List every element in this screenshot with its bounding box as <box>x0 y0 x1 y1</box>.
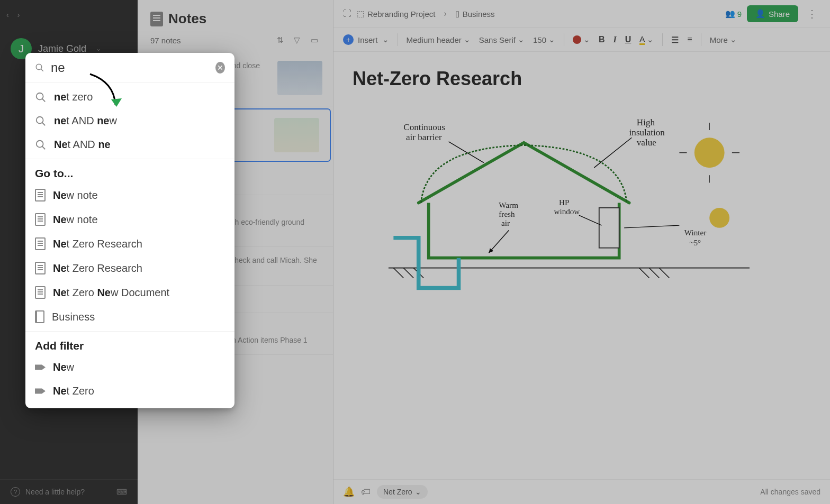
underline-button[interactable]: U <box>625 35 631 44</box>
note-icon <box>35 286 46 299</box>
svg-line-20 <box>594 138 631 168</box>
svg-text:~5°: ~5° <box>689 238 701 247</box>
breadcrumb-project[interactable]: ⬚ Rebranding Project <box>357 9 435 19</box>
svg-rect-13 <box>599 208 619 248</box>
breadcrumb-notebook[interactable]: ▯ Business <box>455 9 495 19</box>
svg-line-37 <box>42 146 46 149</box>
svg-point-32 <box>37 93 43 99</box>
svg-line-2 <box>403 268 413 278</box>
search-suggestion[interactable]: Net AND ne <box>25 133 234 157</box>
suggestion-text: net AND new <box>54 115 117 127</box>
more-menu-icon[interactable]: ⋮ <box>804 7 820 20</box>
suggestion-text: net zero <box>54 91 93 103</box>
svg-text:fresh: fresh <box>499 209 515 218</box>
nav-back-icon[interactable]: ‹ <box>6 11 9 19</box>
search-icon <box>35 115 47 127</box>
bold-button[interactable]: B <box>599 35 605 44</box>
note-icon <box>35 262 46 274</box>
search-suggestion[interactable]: net zero <box>25 85 234 109</box>
svg-line-29 <box>624 225 679 228</box>
svg-point-30 <box>36 64 42 70</box>
svg-line-5 <box>649 268 660 278</box>
notes-icon <box>150 12 163 26</box>
svg-text:insulation: insulation <box>629 127 665 138</box>
goto-text: Net Zero New Document <box>53 287 169 299</box>
help-icon: ? <box>11 487 20 497</box>
svg-text:air: air <box>501 218 510 227</box>
goto-item[interactable]: Net Zero Research <box>25 256 234 280</box>
share-button[interactable]: 👤 Share <box>747 5 798 22</box>
svg-line-4 <box>639 268 649 278</box>
svg-point-8 <box>709 208 729 228</box>
filter-heading: Add filter <box>25 334 234 355</box>
highlight-icon: A <box>639 34 645 45</box>
bullet-list-button[interactable]: ☰ <box>671 35 679 45</box>
goto-heading: Go to... <box>25 161 234 183</box>
view-icon[interactable]: ▭ <box>311 35 320 45</box>
svg-text:value: value <box>637 138 656 148</box>
goto-item[interactable]: Net Zero New Document <box>25 280 234 305</box>
italic-button[interactable]: I <box>614 35 617 44</box>
note-sketch-image: Continuous air barrier High insulation v… <box>353 103 765 293</box>
svg-line-33 <box>42 98 46 102</box>
more-formatting[interactable]: More ⌄ <box>710 35 737 44</box>
font-size-select[interactable]: 150 ⌄ <box>533 35 555 44</box>
note-thumbnail <box>274 118 319 152</box>
chevron-down-icon: ⌄ <box>96 45 101 52</box>
svg-text:window: window <box>554 207 580 216</box>
member-count[interactable]: 👥 9 <box>725 9 742 19</box>
text-color-select[interactable]: ⌄ <box>573 35 590 44</box>
svg-text:Continuous: Continuous <box>403 122 445 132</box>
insert-button[interactable]: +Insert ⌄ <box>343 34 389 45</box>
search-icon <box>35 139 47 151</box>
nav-forward-icon[interactable]: › <box>17 11 20 19</box>
svg-line-26 <box>579 215 602 225</box>
reminder-icon[interactable]: 🔔 <box>343 486 355 498</box>
goto-text: New note <box>53 214 98 226</box>
svg-point-34 <box>37 116 43 123</box>
search-popup: ✕ net zero net AND new Net AND ne Go to.… <box>25 53 234 408</box>
goto-item[interactable]: New note <box>25 183 234 207</box>
filter-text: Net Zero <box>53 385 94 397</box>
svg-text:HP: HP <box>559 198 569 207</box>
svg-line-6 <box>659 268 669 278</box>
plus-icon: + <box>343 34 354 45</box>
goto-text: Net Zero Research <box>53 262 142 274</box>
svg-text:Warm: Warm <box>499 200 518 209</box>
filter-item[interactable]: New <box>25 355 234 379</box>
note-title[interactable]: Net-Zero Research <box>353 68 811 90</box>
notes-count: 97 notes <box>150 36 277 45</box>
highlight-select[interactable]: A ⌄ <box>639 34 654 45</box>
expand-icon[interactable]: ⛶ <box>343 9 351 19</box>
tag-add-icon[interactable]: 🏷 <box>361 487 371 498</box>
goto-item[interactable]: Business <box>25 305 234 329</box>
filter-item[interactable]: Net Zero <box>25 379 234 403</box>
svg-line-31 <box>41 69 43 71</box>
svg-line-16 <box>449 142 484 163</box>
goto-item[interactable]: New note <box>25 207 234 232</box>
search-input[interactable] <box>51 60 209 75</box>
note-icon <box>35 189 46 201</box>
svg-point-36 <box>37 140 43 147</box>
goto-text: New note <box>53 189 98 201</box>
search-suggestion[interactable]: net AND new <box>25 109 234 133</box>
goto-item[interactable]: Net Zero Research <box>25 232 234 256</box>
sort-icon[interactable]: ⇅ <box>277 35 286 45</box>
svg-line-1 <box>393 268 403 278</box>
keyboard-icon: ⌨ <box>116 488 127 496</box>
help-link[interactable]: ? Need a little help? ⌨ <box>0 479 138 504</box>
search-icon <box>35 91 47 103</box>
notes-title: Notes <box>168 11 206 27</box>
heading-select[interactable]: Medium header ⌄ <box>407 35 471 44</box>
svg-text:High: High <box>637 117 655 127</box>
filter-icon[interactable]: ▽ <box>294 35 303 45</box>
font-select[interactable]: Sans Serif ⌄ <box>479 35 525 44</box>
numbered-list-button[interactable]: ≡ <box>687 35 692 44</box>
clear-search-button[interactable]: ✕ <box>215 62 225 74</box>
svg-point-7 <box>694 138 725 168</box>
svg-line-35 <box>42 122 46 125</box>
note-icon <box>35 237 46 250</box>
note-tag[interactable]: Net Zero ⌄ <box>377 485 428 499</box>
color-swatch-icon <box>573 35 581 44</box>
save-status: All changes saved <box>760 488 820 496</box>
